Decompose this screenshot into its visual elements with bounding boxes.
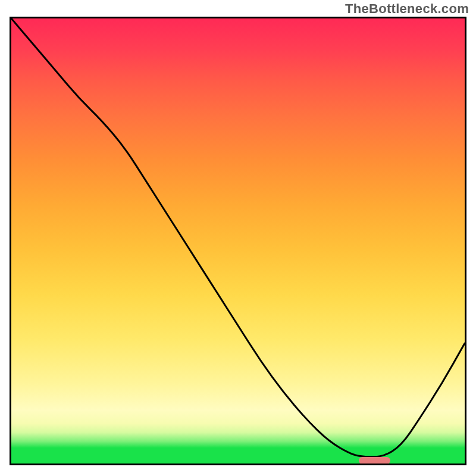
curve-line — [11, 18, 465, 464]
minimum-marker — [359, 457, 391, 464]
plot-area — [10, 17, 466, 465]
watermark-label: TheBottleneck.com — [345, 1, 469, 17]
